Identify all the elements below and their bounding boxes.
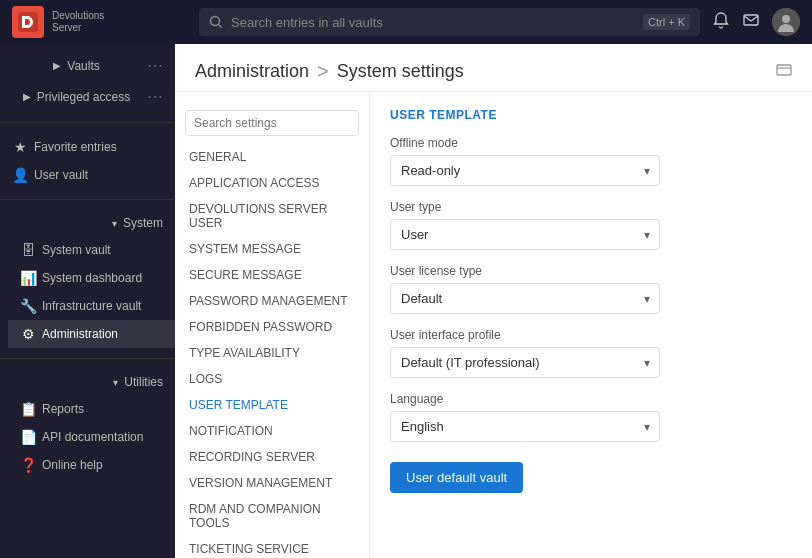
offline-mode-select-wrapper: Read-only Disabled Enabled ▾ xyxy=(390,155,660,186)
nav-item-forbidden-password[interactable]: FORBIDDEN PASSWORD xyxy=(175,314,369,340)
search-icon xyxy=(209,15,223,29)
user-type-group: User type User Administrator Read-only u… xyxy=(390,200,792,250)
avatar[interactable] xyxy=(772,8,800,36)
sidebar-item-administration[interactable]: ⚙ Administration xyxy=(8,320,175,348)
sidebar-system-label: System xyxy=(123,216,163,230)
sidebar-item-favorite-entries[interactable]: ★ Favorite entries xyxy=(0,133,175,161)
nav-item-application-access[interactable]: APPLICATION ACCESS xyxy=(175,170,369,196)
sidebar-utilities-subsection: 📋 Reports 📄 API documentation ❓ Online h… xyxy=(0,395,175,479)
settings-search-wrapper xyxy=(175,102,369,144)
sidebar-vaults-label: Vaults xyxy=(67,59,99,73)
sidebar-reports-label: Reports xyxy=(42,402,84,416)
sidebar-user-vault-label: User vault xyxy=(34,168,88,182)
search-shortcut: Ctrl + K xyxy=(643,14,690,30)
user-interface-profile-select[interactable]: Default (IT professional) Simplified Adv… xyxy=(390,347,660,378)
help-icon: ❓ xyxy=(20,457,36,473)
sidebar-divider-2 xyxy=(0,199,175,200)
settings-search-input[interactable] xyxy=(185,110,359,136)
user-license-type-select[interactable]: Default Connection Management Password M… xyxy=(390,283,660,314)
sidebar-api-docs-label: API documentation xyxy=(42,430,143,444)
user-license-type-select-wrapper: Default Connection Management Password M… xyxy=(390,283,660,314)
nav-item-logs[interactable]: LOGS xyxy=(175,366,369,392)
sidebar-system-vault-label: System vault xyxy=(42,243,111,257)
nav-item-secure-message[interactable]: SECURE MESSAGE xyxy=(175,262,369,288)
sidebar-item-vaults[interactable]: ▶ Vaults ⋯ xyxy=(0,50,175,81)
breadcrumb-separator: > xyxy=(317,60,329,83)
user-type-select[interactable]: User Administrator Read-only user xyxy=(390,219,660,250)
content-body: GENERALAPPLICATION ACCESSDEVOLUTIONS SER… xyxy=(175,92,812,558)
user-type-label: User type xyxy=(390,200,792,214)
sidebar-item-online-help[interactable]: ❓ Online help xyxy=(8,451,175,479)
sidebar-privileged-dots[interactable]: ⋯ xyxy=(147,87,163,106)
sidebar-item-privileged-access[interactable]: ▶ Privileged access ⋯ xyxy=(0,81,175,112)
offline-mode-label: Offline mode xyxy=(390,136,792,150)
sidebar-item-utilities-header[interactable]: ▾ Utilities xyxy=(0,369,175,395)
nav-item-recording-server[interactable]: RECORDING SERVER xyxy=(175,444,369,470)
sidebar-utilities-section: ▾ Utilities 📋 Reports 📄 API documentatio… xyxy=(0,363,175,485)
sidebar-vaults-dots[interactable]: ⋯ xyxy=(147,56,163,75)
chevron-down-icon: ▾ xyxy=(112,218,117,229)
offline-mode-select[interactable]: Read-only Disabled Enabled xyxy=(390,155,660,186)
system-vault-icon: 🗄 xyxy=(20,242,36,258)
sidebar-item-reports[interactable]: 📋 Reports xyxy=(8,395,175,423)
sidebar-system-subsection: 🗄 System vault 📊 System dashboard 🔧 Infr… xyxy=(0,236,175,348)
api-icon: 📄 xyxy=(20,429,36,445)
breadcrumb: Administration > System settings xyxy=(195,60,464,83)
content-area: Administration > System settings GENERAL… xyxy=(175,44,812,558)
settings-nav-list: GENERALAPPLICATION ACCESSDEVOLUTIONS SER… xyxy=(175,144,369,558)
logo-name: Devolutions xyxy=(52,10,104,22)
nav-item-rdm-companion-tools[interactable]: RDM AND COMPANION TOOLS xyxy=(175,496,369,536)
sidebar-item-api-docs[interactable]: 📄 API documentation xyxy=(8,423,175,451)
nav-item-ticketing-service[interactable]: TICKETING SERVICE xyxy=(175,536,369,558)
settings-nav: GENERALAPPLICATION ACCESSDEVOLUTIONS SER… xyxy=(175,92,370,558)
notification-icon[interactable] xyxy=(712,11,730,33)
admin-icon: ⚙ xyxy=(20,326,36,342)
nav-item-system-message[interactable]: SYSTEM MESSAGE xyxy=(175,236,369,262)
sidebar-item-infrastructure-vault[interactable]: 🔧 Infrastructure vault xyxy=(8,292,175,320)
nav-item-general[interactable]: GENERAL xyxy=(175,144,369,170)
nav-item-version-management[interactable]: VERSION MANAGEMENT xyxy=(175,470,369,496)
topbar-icons xyxy=(712,8,800,36)
svg-point-4 xyxy=(782,15,790,23)
language-group: Language English French German Spanish ▾ xyxy=(390,392,792,442)
language-select-wrapper: English French German Spanish ▾ xyxy=(390,411,660,442)
nav-item-notification[interactable]: NOTIFICATION xyxy=(175,418,369,444)
sidebar-utilities-label: Utilities xyxy=(124,375,163,389)
user-license-type-label: User license type xyxy=(390,264,792,278)
global-search[interactable]: Ctrl + K xyxy=(199,8,700,36)
main-layout: ▶ Vaults ⋯ ▶ Privileged access ⋯ ★ Favor… xyxy=(0,44,812,558)
nav-item-user-template[interactable]: USER TEMPLATE xyxy=(175,392,369,418)
language-label: Language xyxy=(390,392,792,406)
window-icon[interactable] xyxy=(776,62,792,81)
sidebar-system-section: ▾ System 🗄 System vault 📊 System dashboa… xyxy=(0,204,175,354)
mail-icon[interactable] xyxy=(742,11,760,33)
logo-text: Devolutions Server xyxy=(52,10,104,34)
sidebar-privileged-access-label: Privileged access xyxy=(37,90,130,104)
user-interface-profile-select-wrapper: Default (IT professional) Simplified Adv… xyxy=(390,347,660,378)
chevron-right-icon-2: ▶ xyxy=(23,91,31,102)
user-type-select-wrapper: User Administrator Read-only user ▾ xyxy=(390,219,660,250)
dashboard-icon: 📊 xyxy=(20,270,36,286)
reports-icon: 📋 xyxy=(20,401,36,417)
nav-item-type-availability[interactable]: TYPE AVAILABILITY xyxy=(175,340,369,366)
language-select[interactable]: English French German Spanish xyxy=(390,411,660,442)
nav-item-password-management[interactable]: PASSWORD MANAGEMENT xyxy=(175,288,369,314)
sidebar-item-system-dashboard[interactable]: 📊 System dashboard xyxy=(8,264,175,292)
global-search-input[interactable] xyxy=(231,15,635,30)
breadcrumb-root: Administration xyxy=(195,61,309,82)
sidebar-item-user-vault[interactable]: 👤 User vault xyxy=(0,161,175,189)
svg-rect-5 xyxy=(777,65,791,75)
user-interface-profile-group: User interface profile Default (IT profe… xyxy=(390,328,792,378)
breadcrumb-current: System settings xyxy=(337,61,464,82)
sidebar-infrastructure-label: Infrastructure vault xyxy=(42,299,141,313)
nav-item-devolutions-server-user[interactable]: DEVOLUTIONS SERVER USER xyxy=(175,196,369,236)
svg-rect-0 xyxy=(18,12,38,32)
sidebar-item-system-vault[interactable]: 🗄 System vault xyxy=(8,236,175,264)
settings-panel: USER TEMPLATE Offline mode Read-only Dis… xyxy=(370,92,812,558)
user-default-vault-button[interactable]: User default vault xyxy=(390,462,523,493)
sidebar-item-system-header[interactable]: ▾ System xyxy=(0,210,175,236)
topbar: Devolutions Server Ctrl + K xyxy=(0,0,812,44)
star-icon: ★ xyxy=(12,139,28,155)
user-vault-icon: 👤 xyxy=(12,167,28,183)
sidebar-divider-3 xyxy=(0,358,175,359)
